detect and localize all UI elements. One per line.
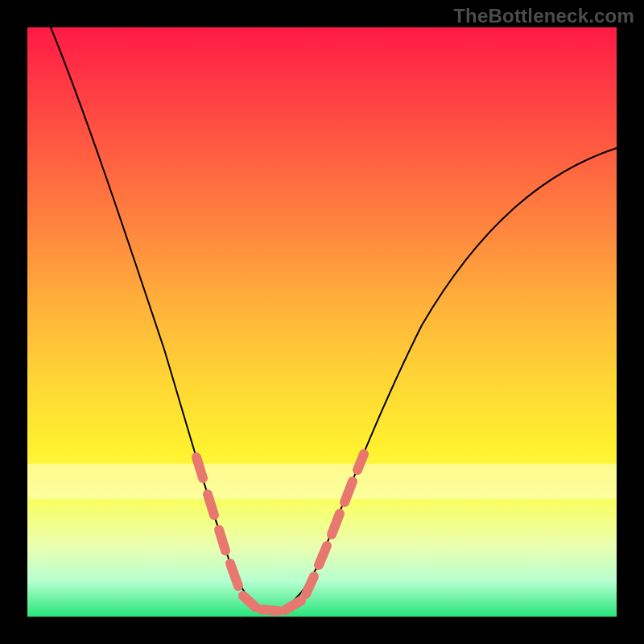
dash-seg: [345, 481, 353, 502]
dash-seg: [261, 609, 279, 611]
dash-seg: [243, 596, 255, 607]
dash-seg: [219, 530, 225, 551]
curve-svg: [27, 27, 617, 617]
dash-seg: [230, 564, 238, 586]
plot-area: [27, 27, 617, 617]
dash-seg: [332, 514, 340, 535]
dash-seg: [208, 494, 214, 515]
dash-seg: [319, 546, 327, 565]
dash-seg: [357, 454, 364, 470]
dash-seg: [285, 601, 301, 610]
chart-frame: TheBottleneck.com: [0, 0, 644, 644]
dash-seg: [306, 576, 314, 594]
dash-group: [196, 454, 364, 611]
watermark-text: TheBottleneck.com: [453, 5, 634, 27]
dash-seg: [196, 457, 203, 478]
